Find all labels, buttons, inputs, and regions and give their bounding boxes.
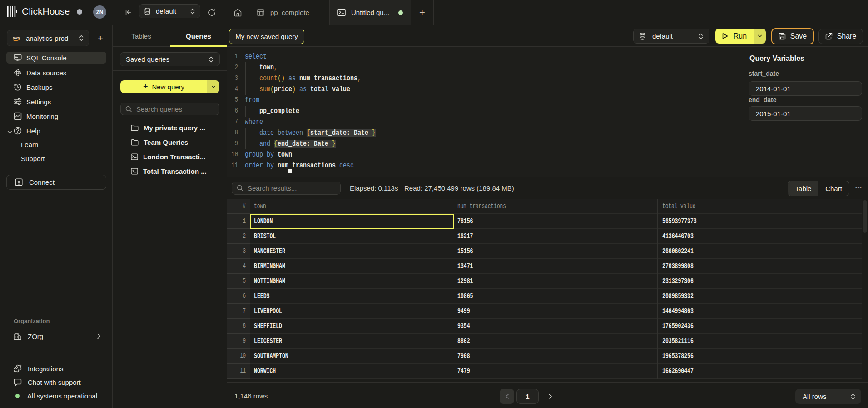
svg-text:aws: aws [13, 36, 20, 40]
